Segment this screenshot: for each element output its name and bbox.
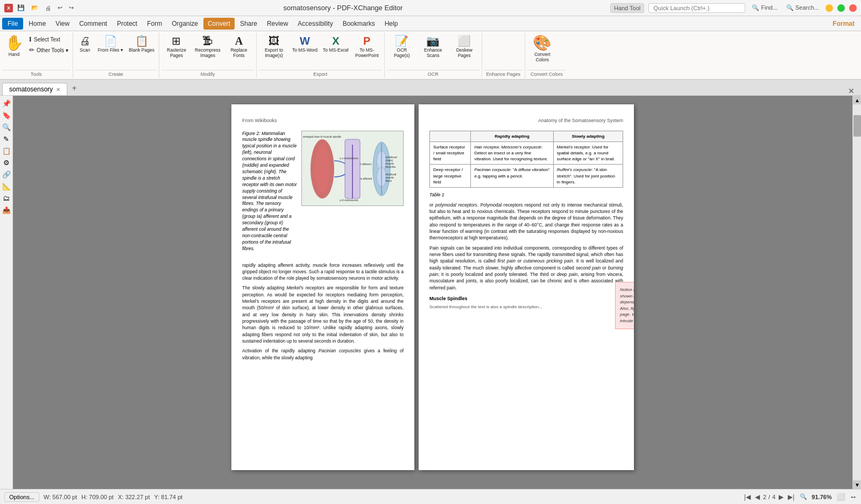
export-image-btn[interactable]: 🖼 Export to Image(s) — [259, 34, 289, 59]
replace-fonts-btn[interactable]: A Replace Fonts — [224, 34, 254, 59]
sidebar-icon-2[interactable]: 🔖 — [1, 110, 12, 120]
receptor-table: Rapidly adapting Slowly adapting Surface… — [429, 131, 623, 188]
fit-page-btn[interactable]: ⬜ — [836, 493, 845, 501]
export-image-icon: 🖼 — [269, 36, 279, 46]
deskew-pages-btn[interactable]: ⬜ Deskew Pages — [449, 34, 479, 59]
figure-caption-text: Figure 2: Mammalian muscle spindle showi… — [242, 131, 297, 251]
figure-wrap: Figure 2: Mammalian muscle spindle showi… — [242, 131, 404, 257]
select-text-btn[interactable]: 𝐈 Select Text — [27, 34, 70, 44]
sidebar-icon-3[interactable]: 🔍 — [1, 122, 12, 132]
search-btn[interactable]: 🔍 Search... — [784, 3, 821, 12]
last-page-btn[interactable]: ▶| — [787, 492, 795, 502]
prev-page-btn[interactable]: ◀ — [754, 492, 761, 502]
menu-protect[interactable]: Protect — [112, 18, 142, 30]
hand-tool-btn[interactable]: ✋ Hand — [2, 34, 26, 58]
menu-share[interactable]: Share — [236, 18, 262, 30]
svg-text:II afferent: II afferent — [360, 162, 372, 166]
sidebar-icon-5[interactable]: 📋 — [1, 145, 12, 156]
right-scrollbar[interactable]: ▲ ▼ — [852, 96, 861, 489]
ribbon-group-modify: ⊞ Rasterize Pages 🗜 Recompress Images A … — [159, 32, 257, 78]
hand-tool-badge: Hand Tool — [614, 5, 640, 11]
sidebar-icon-8[interactable]: 📐 — [1, 181, 12, 191]
replace-fonts-icon: A — [235, 36, 243, 46]
scan-btn[interactable]: 🖨 Scan — [75, 34, 95, 54]
enhance-scans-btn[interactable]: 📷 Enhance Scans — [418, 34, 448, 59]
word-icon: W — [300, 36, 310, 46]
from-files-btn[interactable]: 📄 From Files ▾ — [96, 34, 126, 54]
status-bar-left: Options... W: 567.00 pt H: 709.00 pt X: … — [4, 492, 735, 502]
menu-home[interactable]: Home — [24, 18, 50, 30]
scroll-up-btn[interactable]: ▲ — [853, 96, 861, 104]
redo-btn[interactable]: ↪ — [67, 3, 76, 12]
sidebar-icon-9[interactable]: 🗂 — [1, 193, 12, 203]
minimize-btn[interactable] — [825, 4, 833, 12]
find-btn[interactable]: 🔍 Find... — [750, 3, 780, 12]
menu-help[interactable]: Help — [380, 18, 403, 30]
blank-pages-btn[interactable]: 📋 Blank Pages — [126, 34, 157, 54]
left-body-text: rapidly adapting afferent activity, musc… — [242, 262, 404, 361]
close-btn[interactable] — [849, 4, 857, 12]
menu-bookmarks[interactable]: Bookmarks — [338, 18, 379, 30]
scroll-thumb[interactable] — [853, 115, 861, 137]
menu-accessibility[interactable]: Accessibility — [293, 18, 337, 30]
fit-width-btn[interactable]: ↔ — [850, 493, 857, 501]
recompress-btn[interactable]: 🗜 Recompress Images — [193, 34, 223, 59]
ocr-pages-icon: 📝 — [395, 36, 408, 46]
tab-bar: somatosensory ✕ + ✕ — [0, 80, 861, 96]
options-btn[interactable]: Options... — [4, 492, 39, 502]
menu-comment[interactable]: Comment — [75, 18, 111, 30]
menu-file[interactable]: File — [2, 18, 23, 30]
close-document-btn[interactable]: ✕ — [844, 87, 859, 95]
open-quick-btn[interactable]: 📂 — [29, 3, 41, 12]
ribbon: ✋ Hand 𝐈 Select Text ✏ Other Tools ▾ Too… — [0, 31, 861, 80]
first-page-btn[interactable]: |◀ — [743, 492, 752, 502]
quick-launch-input[interactable] — [648, 3, 745, 13]
scan-icon: 🖨 — [80, 36, 90, 46]
menu-review[interactable]: Review — [263, 18, 292, 30]
maximize-btn[interactable] — [837, 4, 845, 12]
ocr-pages-btn[interactable]: 📝 OCR Page(s) — [387, 34, 417, 59]
export-group-content: 🖼 Export to Image(s) W To MS-Word X To M… — [259, 33, 382, 70]
page-separator: / — [768, 494, 770, 500]
undo-btn[interactable]: ↩ — [55, 3, 65, 12]
left-sidebar: 📌 🔖 🔍 ✎ 📋 ⚙ 🔗 📐 🗂 📤 — [0, 96, 13, 489]
sidebar-icon-10[interactable]: 📤 — [1, 204, 12, 215]
menu-form[interactable]: Form — [143, 18, 166, 30]
menu-view[interactable]: View — [51, 18, 74, 30]
to-word-btn[interactable]: W To MS-Word — [290, 34, 320, 54]
menu-format[interactable]: Format — [828, 18, 859, 30]
other-tools-icon: ✏ — [29, 46, 34, 54]
convert-colors-btn[interactable]: 🎨 Convert Colors — [527, 34, 557, 63]
tools-subgroup: 𝐈 Select Text ✏ Other Tools ▾ — [27, 34, 70, 55]
sidebar-icon-7[interactable]: 🔗 — [1, 169, 12, 180]
sidebar-icon-6[interactable]: ⚙ — [1, 157, 12, 168]
ribbon-group-export: 🖼 Export to Image(s) W To MS-Word X To M… — [257, 32, 385, 78]
next-page-btn[interactable]: ▶ — [778, 492, 785, 502]
scroll-track[interactable] — [853, 104, 861, 480]
rasterize-btn[interactable]: ⊞ Rasterize Pages — [161, 34, 192, 59]
ribbon-group-tools: ✋ Hand 𝐈 Select Text ✏ Other Tools ▾ Too… — [0, 32, 73, 78]
tab-somatosensory[interactable]: somatosensory ✕ — [2, 83, 67, 95]
figure-caption-col: Figure 2: Mammalian muscle spindle showi… — [242, 131, 297, 257]
table-header-1 — [430, 131, 471, 141]
menu-convert[interactable]: Convert — [203, 18, 235, 30]
status-x: X: 322.27 pt — [118, 494, 150, 500]
scroll-down-btn[interactable]: ▼ — [853, 480, 861, 489]
table-cell-13: Merkel's receptor: Used for spatial deta… — [553, 141, 623, 165]
new-tab-btn[interactable]: + — [67, 81, 81, 95]
menu-organize[interactable]: Organize — [167, 18, 202, 30]
tab-close-btn[interactable]: ✕ — [56, 87, 60, 93]
sidebar-icon-1[interactable]: 📌 — [1, 98, 12, 109]
svg-text:fascicles: fascicles — [385, 165, 396, 168]
status-height: H: 709.00 pt — [81, 494, 114, 500]
to-excel-btn[interactable]: X To MS-Excel — [321, 34, 351, 54]
modify-group-label: Modify — [161, 70, 254, 78]
sidebar-icon-4[interactable]: ✎ — [1, 133, 12, 144]
print-quick-btn[interactable]: 🖨 — [43, 4, 53, 12]
to-powerpoint-btn[interactable]: P To MS-PowerPoint — [352, 34, 382, 59]
select-text-icon: 𝐈 — [29, 36, 32, 43]
annotation-text: Notice how figure captions and sidenotes… — [620, 287, 634, 323]
other-tools-btn[interactable]: ✏ Other Tools ▾ — [27, 45, 70, 55]
save-quick-btn[interactable]: 💾 — [15, 3, 27, 12]
svg-point-1 — [315, 145, 330, 193]
